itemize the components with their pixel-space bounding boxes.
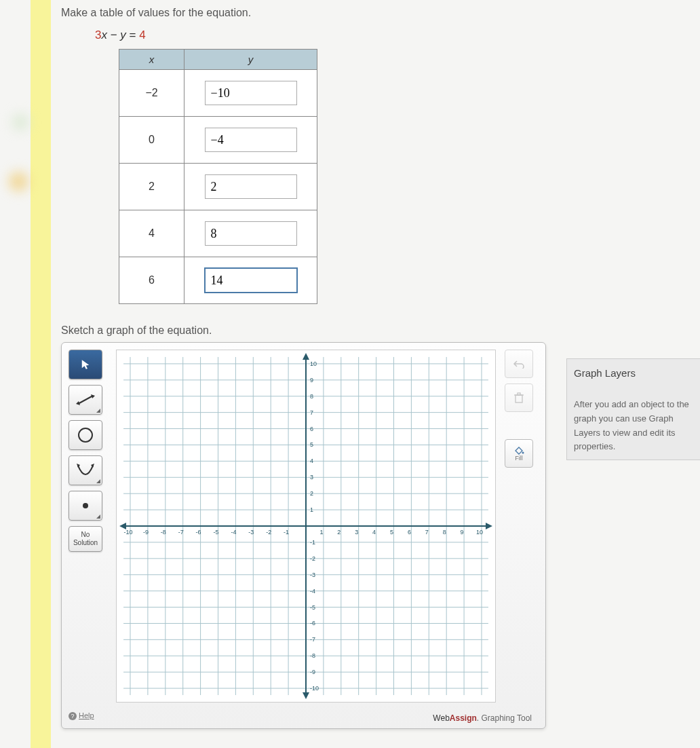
- svg-text:-8: -8: [310, 652, 315, 659]
- y-input[interactable]: [205, 174, 297, 199]
- svg-rect-97: [518, 393, 520, 395]
- x-cell: 2: [119, 164, 184, 210]
- fill-button[interactable]: Fill: [505, 439, 533, 468]
- tool-submenu-icon: [96, 409, 100, 413]
- pointer-icon: [79, 358, 92, 371]
- tool-submenu-icon: [96, 479, 100, 483]
- svg-text:-2: -2: [310, 555, 315, 562]
- svg-marker-54: [486, 523, 492, 529]
- svg-text:-5: -5: [310, 604, 315, 611]
- svg-text:-4: -4: [231, 529, 236, 536]
- question-prompt: Make a table of values for the equation.: [61, 7, 700, 19]
- svg-text:4: 4: [310, 457, 313, 464]
- line-icon: [76, 393, 95, 407]
- svg-text:-7: -7: [310, 636, 315, 643]
- no-solution-tool[interactable]: No Solution: [69, 526, 102, 552]
- graph-layers-title: Graph Layers: [574, 367, 693, 379]
- equation-rhs: 4: [139, 29, 145, 41]
- table-header-y: y: [184, 50, 317, 70]
- svg-text:7: 7: [310, 409, 313, 416]
- table-row: 2: [119, 164, 317, 210]
- brand-suffix: . Graphing Tool: [477, 713, 532, 723]
- undo-icon: [513, 359, 525, 369]
- line-tool[interactable]: [69, 385, 102, 415]
- help-link[interactable]: ?Help: [69, 711, 94, 720]
- values-table: x y −2 0 2 4 6: [119, 49, 317, 304]
- svg-text:-7: -7: [178, 529, 184, 536]
- no-solution-label-1: No: [73, 531, 98, 539]
- svg-text:-1: -1: [310, 539, 315, 546]
- circle-icon: [77, 426, 94, 444]
- svg-text:10: 10: [310, 360, 317, 367]
- tool-submenu-icon: [96, 515, 100, 519]
- x-cell: 6: [119, 257, 184, 304]
- svg-point-98: [522, 452, 524, 454]
- circle-tool[interactable]: [69, 420, 102, 450]
- x-cell: 4: [119, 210, 184, 257]
- no-solution-label-2: Solution: [73, 539, 98, 547]
- table-row: 6: [119, 257, 317, 304]
- svg-point-3: [79, 428, 92, 442]
- table-row: 4: [119, 210, 317, 257]
- brand-prefix: Web: [433, 713, 449, 723]
- svg-text:3: 3: [355, 529, 358, 536]
- table-row: 0: [119, 117, 317, 164]
- svg-text:-3: -3: [310, 572, 315, 578]
- svg-marker-4: [77, 464, 80, 468]
- svg-point-6: [83, 503, 88, 508]
- svg-text:7: 7: [425, 529, 429, 536]
- graphing-tool-brand: WebAssign. Graphing Tool: [433, 713, 532, 723]
- fill-icon: [513, 445, 524, 455]
- x-cell: 0: [119, 117, 184, 164]
- equation-display: 3x − y = 4: [95, 29, 700, 42]
- x-cell: −2: [119, 70, 184, 117]
- right-toolbar: Fill: [505, 350, 539, 473]
- graph-canvas[interactable]: -10-10-9-9-8-8-7-7-6-6-5-5-4-4-3-3-2-2-1…: [116, 350, 496, 703]
- tool-palette: No Solution: [69, 350, 106, 557]
- table-row: −2: [119, 70, 317, 117]
- svg-text:9: 9: [310, 377, 313, 384]
- point-icon: [81, 502, 90, 510]
- svg-rect-95: [516, 395, 522, 403]
- svg-text:4: 4: [372, 529, 376, 536]
- svg-text:8: 8: [443, 529, 446, 536]
- y-input[interactable]: [205, 221, 297, 246]
- progress-stripe: [31, 0, 51, 748]
- svg-text:9: 9: [461, 529, 464, 536]
- table-header-x: x: [119, 50, 184, 70]
- lens-flare: [7, 170, 31, 193]
- svg-text:-4: -4: [310, 588, 315, 595]
- svg-text:-9: -9: [310, 669, 315, 675]
- y-input[interactable]: [205, 81, 297, 105]
- svg-text:6: 6: [408, 529, 411, 536]
- svg-text:-5: -5: [214, 529, 219, 536]
- delete-button[interactable]: [505, 384, 533, 412]
- point-tool[interactable]: [69, 491, 102, 521]
- fill-label: Fill: [515, 455, 523, 462]
- lens-flare: [10, 112, 31, 132]
- svg-text:6: 6: [310, 426, 313, 432]
- y-input[interactable]: [205, 268, 297, 293]
- svg-text:-9: -9: [143, 529, 149, 536]
- svg-text:3: 3: [310, 474, 313, 481]
- svg-text:2: 2: [310, 490, 313, 497]
- svg-text:2: 2: [337, 529, 341, 536]
- help-label: Help: [79, 711, 94, 719]
- svg-text:-1: -1: [284, 529, 289, 536]
- svg-text:-3: -3: [248, 529, 254, 536]
- y-input[interactable]: [205, 128, 297, 152]
- svg-text:-6: -6: [196, 529, 201, 536]
- svg-line-0: [78, 396, 93, 404]
- equation-minus: −: [107, 29, 120, 41]
- undo-button[interactable]: [505, 350, 533, 378]
- svg-marker-51: [303, 353, 309, 360]
- graph-prompt: Sketch a graph of the equation.: [61, 324, 700, 337]
- graph-layers-panel: Graph Layers After you add an object to …: [566, 358, 700, 460]
- svg-text:5: 5: [390, 529, 393, 536]
- svg-text:1: 1: [319, 529, 323, 536]
- parabola-tool[interactable]: [69, 455, 102, 485]
- coordinate-grid: -10-10-9-9-8-8-7-7-6-6-5-5-4-4-3-3-2-2-1…: [117, 350, 495, 702]
- svg-text:5: 5: [310, 441, 313, 448]
- pointer-tool[interactable]: [69, 350, 102, 379]
- graph-layers-description: After you add an object to the graph you…: [574, 398, 693, 454]
